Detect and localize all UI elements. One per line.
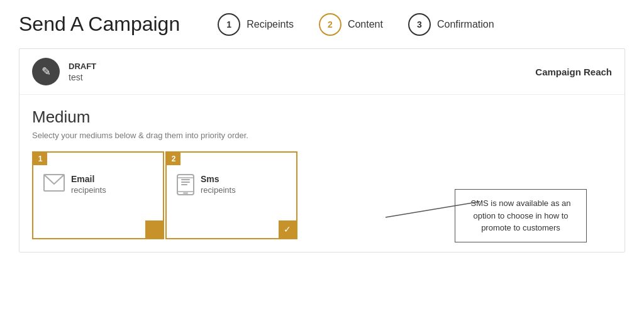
sms-card-check: ✓: [279, 220, 296, 238]
draft-text: DRAFT test: [69, 62, 96, 82]
content-card: ✎ DRAFT test Campaign Reach Medium Selec…: [19, 48, 625, 252]
email-card-corner: [145, 220, 163, 238]
sms-card-info: Sms recipeints: [201, 174, 236, 195]
email-icon: [43, 174, 65, 195]
card-body: Medium Selecty your mediums below & drag…: [19, 95, 625, 252]
email-card-sub: recipeints: [71, 185, 106, 195]
svg-rect-5: [181, 179, 190, 180]
email-card-content: Email recipeints: [43, 174, 106, 195]
edit-icon: ✎: [32, 58, 60, 85]
step-3[interactable]: 3 Confirmation: [408, 13, 494, 36]
page-wrapper: Send A Campaign 1 Recipeints 2 Content 3…: [0, 0, 644, 265]
card-header: ✎ DRAFT test Campaign Reach: [19, 49, 625, 95]
draft-label: DRAFT: [69, 62, 96, 71]
step-2[interactable]: 2 Content: [319, 13, 383, 36]
email-card-name: Email: [71, 174, 106, 184]
sms-icon: [177, 174, 194, 198]
step-1-circle: 1: [218, 13, 240, 36]
email-medium-card[interactable]: 1 Email recipeints: [32, 151, 164, 239]
draft-info: ✎ DRAFT test: [32, 58, 96, 85]
step-3-circle: 3: [408, 13, 431, 36]
medium-subtitle: Selecty your mediums below & drag them i…: [32, 131, 612, 140]
svg-rect-6: [181, 182, 190, 183]
svg-rect-4: [183, 193, 188, 194]
step-3-label: Confirmation: [437, 19, 494, 30]
step-2-circle: 2: [319, 13, 341, 36]
svg-line-8: [386, 202, 480, 217]
email-card-info: Email recipeints: [71, 174, 106, 195]
sms-card-content: Sms recipeints: [177, 174, 236, 198]
sms-card-name: Sms: [201, 174, 236, 184]
card-number-1: 1: [33, 153, 47, 165]
card-number-2: 2: [167, 153, 180, 165]
page-header: Send A Campaign 1 Recipeints 2 Content 3…: [19, 13, 625, 36]
sms-card-sub: recipeints: [201, 185, 236, 195]
campaign-reach-label: Campaign Reach: [535, 67, 612, 77]
step-2-label: Content: [348, 19, 383, 30]
callout-line: [379, 183, 480, 220]
steps-nav: 1 Recipeints 2 Content 3 Confirmation: [218, 13, 494, 36]
medium-title: Medium: [32, 107, 612, 127]
svg-rect-7: [181, 184, 187, 185]
step-1-label: Recipeints: [247, 19, 294, 30]
draft-name: test: [69, 72, 96, 82]
page-title: Send A Campaign: [19, 13, 180, 36]
step-1[interactable]: 1 Recipeints: [218, 13, 294, 36]
sms-medium-card[interactable]: 2: [165, 151, 297, 239]
